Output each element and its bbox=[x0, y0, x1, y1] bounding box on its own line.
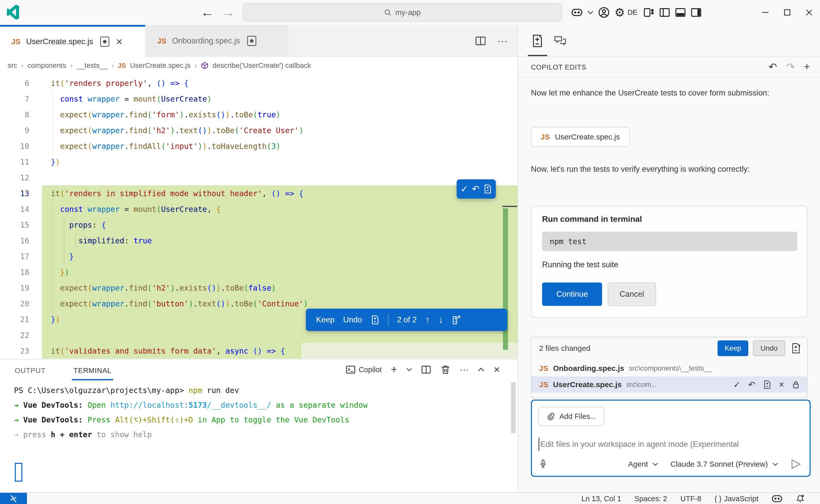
diff-icon[interactable] bbox=[763, 380, 771, 389]
code-line-23[interactable]: 23it('validates and submits form data', … bbox=[0, 343, 518, 359]
diff-file-icon[interactable] bbox=[371, 315, 379, 325]
terminal-panel[interactable]: OUTPUT TERMINAL Copilot + ··· × PS bbox=[0, 359, 518, 492]
modified-by-edits-icon[interactable] bbox=[100, 37, 109, 47]
close-tab-icon[interactable]: × bbox=[116, 36, 122, 47]
cursor-position[interactable]: Ln 13, Col 1 bbox=[581, 495, 621, 503]
chat-tab-icon[interactable] bbox=[551, 32, 569, 50]
changed-file-row[interactable]: JSOnboarding.spec.jssrc\components\__tes… bbox=[531, 360, 807, 376]
panel-tab-terminal[interactable]: TERMINAL bbox=[73, 367, 112, 375]
terminal-scrollbar[interactable] bbox=[511, 382, 516, 433]
open-diff-icon[interactable] bbox=[483, 184, 492, 194]
code-line-6[interactable]: 6it('renders properly', () => { bbox=[0, 75, 518, 91]
new-terminal-icon[interactable]: + bbox=[391, 364, 397, 375]
breadcrumb-item[interactable]: __tests__ bbox=[76, 61, 107, 70]
code-line-7[interactable]: 7 const wrapper = mount(UserCreate) bbox=[0, 91, 518, 107]
view-all-edits-icon[interactable] bbox=[791, 343, 801, 354]
toggle-sidebar-icon[interactable] bbox=[657, 4, 673, 21]
tab-usercreate-spec[interactable]: JS UserCreate.spec.js × bbox=[0, 25, 145, 57]
minimize-button[interactable] bbox=[754, 0, 776, 25]
breadcrumb-item[interactable]: src bbox=[8, 61, 17, 70]
keyboard-layout-indicator[interactable]: DE bbox=[628, 8, 638, 17]
maximize-panel-icon[interactable] bbox=[478, 367, 484, 372]
copilot-edits-tab-icon[interactable] bbox=[528, 32, 546, 50]
split-terminal-icon[interactable] bbox=[421, 365, 431, 375]
open-changes-icon[interactable] bbox=[452, 315, 461, 325]
chevron-down-icon[interactable] bbox=[653, 462, 658, 466]
code-line-13[interactable]: 13it('renders in simplified mode without… bbox=[0, 185, 518, 201]
toolbar-divider bbox=[388, 314, 389, 326]
discard-icon[interactable]: ↶ bbox=[748, 380, 755, 390]
close-window-button[interactable] bbox=[798, 0, 820, 25]
more-actions-icon[interactable]: ··· bbox=[460, 364, 469, 375]
code-line-9[interactable]: 9 expect(wrapper.find('h2').text()).toBe… bbox=[0, 122, 518, 138]
language-mode[interactable]: { } JavaScript bbox=[715, 495, 759, 503]
code-line-19[interactable]: 19 expect(wrapper.find('h2').exists()).t… bbox=[0, 280, 518, 296]
more-actions-icon[interactable]: ··· bbox=[497, 35, 507, 47]
encoding[interactable]: UTF-8 bbox=[681, 495, 701, 503]
send-icon[interactable] bbox=[790, 459, 801, 470]
discard-change-icon[interactable]: ↶ bbox=[472, 184, 479, 194]
next-change-icon[interactable]: ↓ bbox=[439, 314, 443, 325]
accept-change-icon[interactable]: ✓ bbox=[460, 184, 468, 194]
toggle-panel-icon[interactable] bbox=[673, 4, 688, 21]
copilot-status-icon[interactable] bbox=[772, 494, 782, 503]
copilot-chevron-icon[interactable] bbox=[585, 4, 596, 21]
code-line-17[interactable]: 17 } bbox=[0, 248, 518, 264]
undo-all-button[interactable]: Undo bbox=[753, 340, 785, 356]
add-files-button[interactable]: Add Files... bbox=[538, 407, 604, 426]
back-arrow[interactable]: ← bbox=[199, 5, 215, 20]
breadcrumb-item[interactable]: components bbox=[27, 61, 66, 70]
terminal-dropdown-icon[interactable] bbox=[406, 368, 412, 372]
previous-change-icon[interactable]: ↑ bbox=[425, 314, 430, 325]
split-editor-icon[interactable] bbox=[475, 35, 486, 46]
keep-button[interactable]: Keep bbox=[316, 315, 334, 324]
terminal-output: PS C:\Users\olguzzar\projects\my-app> np… bbox=[14, 386, 368, 445]
modified-by-edits-icon[interactable] bbox=[247, 36, 256, 46]
code-line-11[interactable]: 11}) bbox=[0, 154, 518, 170]
code-line-14[interactable]: 14 const wrapper = mount(UserCreate, { bbox=[0, 201, 518, 217]
customize-layout-icon[interactable] bbox=[641, 4, 657, 21]
command-center-search[interactable]: my-app bbox=[243, 3, 562, 22]
breadcrumb-item[interactable]: UserCreate.spec.js bbox=[130, 61, 190, 70]
terminal-line: → Vue DevTools: Open http://localhost:51… bbox=[14, 401, 368, 415]
microphone-icon[interactable] bbox=[538, 459, 548, 470]
undo-edit-icon[interactable]: ↶ bbox=[769, 61, 777, 73]
file-chip-usercreate[interactable]: JS UserCreate.spec.js bbox=[531, 127, 630, 147]
files-changed-summary: 2 files changed bbox=[539, 344, 718, 353]
undo-button[interactable]: Undo bbox=[343, 315, 362, 324]
cancel-button[interactable]: Cancel bbox=[608, 282, 656, 306]
panel-tab-output[interactable]: OUTPUT bbox=[15, 367, 45, 375]
new-session-icon[interactable]: + bbox=[804, 61, 810, 73]
close-icon[interactable]: × bbox=[779, 379, 784, 390]
copilot-icon[interactable] bbox=[569, 4, 585, 21]
redo-edit-icon[interactable]: ↷ bbox=[786, 61, 795, 73]
remote-indicator[interactable] bbox=[0, 493, 27, 504]
check-icon[interactable]: ✓ bbox=[733, 380, 741, 390]
kill-terminal-icon[interactable] bbox=[440, 365, 451, 375]
notifications-bell-icon[interactable] bbox=[796, 494, 805, 503]
code-line-12[interactable]: 12 bbox=[0, 170, 518, 185]
chevron-down-icon[interactable] bbox=[772, 462, 778, 466]
code-line-16[interactable]: 16 simplified: true bbox=[0, 233, 518, 248]
toggle-secondary-sidebar-icon[interactable] bbox=[688, 4, 704, 21]
model-selector[interactable]: Claude 3.7 Sonnet (Preview) bbox=[670, 460, 768, 468]
close-panel-icon[interactable]: × bbox=[493, 364, 500, 376]
terminal-profile-icon[interactable]: Copilot bbox=[346, 365, 382, 375]
code-line-18[interactable]: 18 }) bbox=[0, 264, 518, 280]
chat-input-box[interactable]: Add Files... Edit files in your workspac… bbox=[531, 400, 811, 477]
continue-button[interactable]: Continue bbox=[542, 282, 602, 306]
mode-selector[interactable]: Agent bbox=[628, 460, 648, 468]
keep-all-button[interactable]: Keep bbox=[718, 340, 748, 356]
indentation[interactable]: Spaces: 2 bbox=[635, 495, 667, 503]
lock-icon[interactable] bbox=[792, 380, 800, 389]
code-line-8[interactable]: 8 expect(wrapper.find('form').exists()).… bbox=[0, 107, 518, 122]
tab-onboarding-spec[interactable]: JS Onboarding.spec.js bbox=[146, 25, 288, 57]
code-line-10[interactable]: 10 expect(wrapper.findAll('input')).toHa… bbox=[0, 138, 518, 154]
forward-arrow[interactable]: → bbox=[221, 5, 236, 20]
code-line-15[interactable]: 15 props: { bbox=[0, 217, 518, 233]
maximize-button[interactable] bbox=[776, 0, 798, 25]
account-icon[interactable] bbox=[596, 4, 612, 21]
changed-file-row[interactable]: JSUserCreate.spec.jssrc\com...✓↶× bbox=[531, 376, 807, 393]
settings-gear-icon[interactable]: ⚙ bbox=[612, 4, 628, 21]
breadcrumb-item[interactable]: describe('UserCreate') callback bbox=[213, 61, 311, 70]
